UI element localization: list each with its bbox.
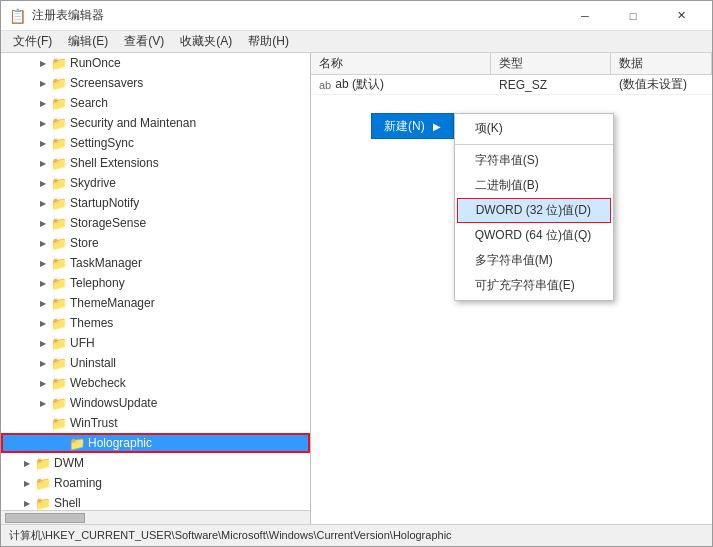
tree-label: Shell Extensions: [70, 156, 159, 170]
tree-scrollbar-h[interactable]: [1, 510, 310, 524]
col-header-data: 数据: [611, 53, 712, 74]
menu-edit[interactable]: 编辑(E): [60, 31, 116, 52]
context-submenu: 项(K) 字符串值(S) 二进制值(B) DWORD (32 位)值(D) QW…: [454, 113, 614, 301]
tree-label: StorageSense: [70, 216, 146, 230]
ctx-item-expandstring[interactable]: 可扩充字符串值(E): [455, 273, 613, 298]
ctx-item-dword[interactable]: DWORD (32 位)值(D): [457, 198, 611, 223]
menu-help[interactable]: 帮助(H): [240, 31, 297, 52]
maximize-button[interactable]: □: [610, 2, 656, 30]
tree-item-shell[interactable]: 📁 Shell: [1, 493, 310, 510]
col-header-name: 名称: [311, 53, 491, 74]
tree-label: Telephony: [70, 276, 125, 290]
folder-icon: 📁: [51, 56, 67, 71]
tree-arrow: [37, 197, 49, 209]
ctx-item-string[interactable]: 字符串值(S): [455, 148, 613, 173]
menu-file[interactable]: 文件(F): [5, 31, 60, 52]
tree-arrow: [21, 497, 33, 509]
tree-arrow: [37, 157, 49, 169]
main-window: 📋 注册表编辑器 ─ □ ✕ 文件(F) 编辑(E) 查看(V) 收藏夹(A) …: [0, 0, 713, 547]
tree-label: Search: [70, 96, 108, 110]
ctx-separator: [455, 144, 613, 145]
folder-icon: 📁: [35, 476, 51, 491]
tree-label: Themes: [70, 316, 113, 330]
reg-cell-type: REG_SZ: [491, 75, 611, 94]
ctx-item-binary[interactable]: 二进制值(B): [455, 173, 613, 198]
tree-item-thememanager[interactable]: 📁 ThemeManager: [1, 293, 310, 313]
tree-label: Store: [70, 236, 99, 250]
tree-arrow: [37, 357, 49, 369]
folder-icon: 📁: [51, 276, 67, 291]
tree-item-search[interactable]: 📁 Search: [1, 93, 310, 113]
title-bar-left: 📋 注册表编辑器: [9, 7, 104, 24]
tree-label: WindowsUpdate: [70, 396, 157, 410]
tree-arrow: [37, 137, 49, 149]
tree-item-webcheck[interactable]: 📁 Webcheck: [1, 373, 310, 393]
tree-arrow: [21, 457, 33, 469]
tree-item-screensavers[interactable]: 📁 Screensavers: [1, 73, 310, 93]
folder-icon: 📁: [51, 76, 67, 91]
tree-label: Shell: [54, 496, 81, 510]
new-submenu-button[interactable]: 新建(N) ▶: [371, 113, 454, 139]
tree-item-security[interactable]: 📁 Security and Maintenan: [1, 113, 310, 133]
tree-item-themes[interactable]: 📁 Themes: [1, 313, 310, 333]
close-button[interactable]: ✕: [658, 2, 704, 30]
folder-icon: 📁: [35, 456, 51, 471]
tree-label: Holographic: [88, 436, 152, 450]
tree-container[interactable]: 📁 RunOnce 📁 Screensavers 📁 Search: [1, 53, 310, 510]
tree-item-shellextensions[interactable]: 📁 Shell Extensions: [1, 153, 310, 173]
tree-item-dwm[interactable]: 📁 DWM: [1, 453, 310, 473]
tree-arrow: [55, 437, 67, 449]
folder-icon: 📁: [51, 316, 67, 331]
tree-arrow: [37, 257, 49, 269]
tree-arrow: [37, 377, 49, 389]
tree-arrow: [37, 317, 49, 329]
tree-item-store[interactable]: 📁 Store: [1, 233, 310, 253]
folder-icon: 📁: [51, 136, 67, 151]
folder-icon: 📁: [51, 116, 67, 131]
folder-icon: 📁: [51, 176, 67, 191]
tree-item-storagesense[interactable]: 📁 StorageSense: [1, 213, 310, 233]
ab-icon: ab: [319, 79, 331, 91]
folder-icon: 📁: [51, 396, 67, 411]
tree-item-wintrust[interactable]: 📁 WinTrust: [1, 413, 310, 433]
folder-icon: 📁: [51, 416, 67, 431]
tree-arrow-runonce: [37, 57, 49, 69]
tree-label: DWM: [54, 456, 84, 470]
tree-item-skydrive[interactable]: 📁 Skydrive: [1, 173, 310, 193]
tree-item-ufh[interactable]: 📁 UFH: [1, 333, 310, 353]
tree-item-runonce[interactable]: 📁 RunOnce: [1, 53, 310, 73]
tree-label: Webcheck: [70, 376, 126, 390]
tree-arrow: [37, 237, 49, 249]
ctx-item-multistring[interactable]: 多字符串值(M): [455, 248, 613, 273]
tree-item-startupnotify[interactable]: 📁 StartupNotify: [1, 193, 310, 213]
title-bar: 📋 注册表编辑器 ─ □ ✕: [1, 1, 712, 31]
menu-view[interactable]: 查看(V): [116, 31, 172, 52]
ctx-item-key[interactable]: 项(K): [455, 116, 613, 141]
folder-icon: 📁: [51, 236, 67, 251]
tree-item-settingsync[interactable]: 📁 SettingSync: [1, 133, 310, 153]
tree-arrow: [37, 177, 49, 189]
tree-arrow: [37, 397, 49, 409]
reg-cell-data: (数值未设置): [611, 75, 712, 94]
folder-icon: 📁: [69, 436, 85, 451]
tree-arrow: [37, 337, 49, 349]
minimize-button[interactable]: ─: [562, 2, 608, 30]
tree-label: Screensavers: [70, 76, 143, 90]
ctx-item-qword[interactable]: QWORD (64 位)值(Q): [455, 223, 613, 248]
menu-favorites[interactable]: 收藏夹(A): [172, 31, 240, 52]
table-row[interactable]: ab ab (默认) REG_SZ (数值未设置): [311, 75, 712, 95]
folder-icon: 📁: [51, 216, 67, 231]
folder-icon: 📁: [51, 356, 67, 371]
tree-label: StartupNotify: [70, 196, 139, 210]
reg-table-header: 名称 类型 数据: [311, 53, 712, 75]
folder-icon: 📁: [51, 196, 67, 211]
tree-arrow: [37, 277, 49, 289]
tree-item-telephony[interactable]: 📁 Telephony: [1, 273, 310, 293]
tree-item-windowsupdate[interactable]: 📁 WindowsUpdate: [1, 393, 310, 413]
main-content: 📁 RunOnce 📁 Screensavers 📁 Search: [1, 53, 712, 524]
tree-item-roaming[interactable]: 📁 Roaming: [1, 473, 310, 493]
tree-item-uninstall[interactable]: 📁 Uninstall: [1, 353, 310, 373]
tree-arrow: [37, 117, 49, 129]
tree-item-holographic[interactable]: 📁 Holographic: [1, 433, 310, 453]
tree-item-taskmanager[interactable]: 📁 TaskManager: [1, 253, 310, 273]
